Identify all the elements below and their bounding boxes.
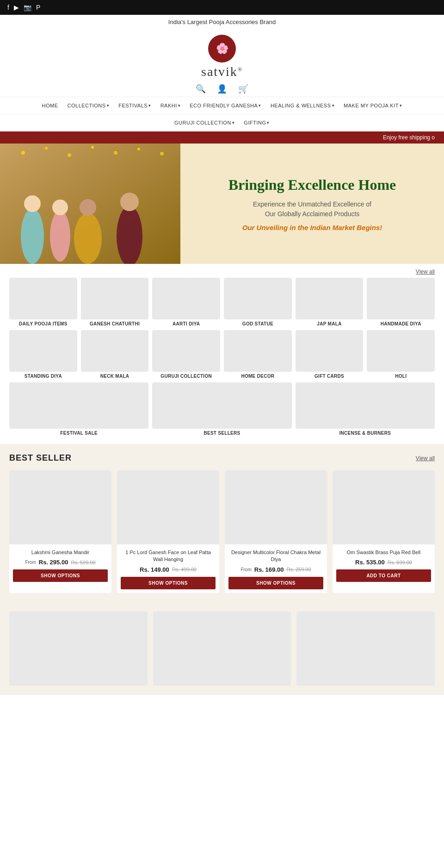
collection-daily-pooja[interactable]: DAILY POOJA ITEMS [9,278,77,326]
chevron-down-icon: ▾ [259,103,261,108]
account-icon[interactable]: 👤 [217,84,227,94]
collection-best-sellers[interactable]: BEST SELLERS [152,382,291,436]
collection-label: GOD STATUE [242,321,273,326]
collection-label: BEST SELLERS [204,431,240,436]
collection-festival-sale[interactable]: FESTIVAL SALE [9,382,148,436]
instagram-icon[interactable]: 📷 [24,4,31,11]
bottom-product-3 [296,612,435,686]
collection-thumb [367,278,435,319]
logo-icon[interactable]: 🌸 [208,35,236,62]
facebook-icon[interactable]: f [7,4,9,11]
cart-icon[interactable]: 🛒 [238,84,248,94]
view-all-link[interactable]: View all [416,269,435,275]
collection-incense-burners[interactable]: INCENSE & BURNERS [296,382,435,436]
collection-holi[interactable]: HOLI [367,330,435,379]
product-grid: Lakshmi Ganesha Mandir From Rs. 295.00 R… [9,470,435,593]
nav-guruji[interactable]: GURUJI COLLECTION ▾ [170,118,239,127]
best-seller-view-all[interactable]: View all [416,455,435,462]
collection-thumb [296,278,364,319]
svg-point-14 [80,199,96,216]
chevron-down-icon: ▾ [178,103,181,108]
bottom-product-image-1 [9,612,148,686]
nav-gifting[interactable]: GIFTING ▾ [239,118,274,127]
announcement-text: India's Largest Pooja Accessories Brand [168,19,276,25]
product-name-3: Designer Multicolor Floral Chakra Metal … [228,549,323,563]
nav-eco-ganesha[interactable]: ECO FRIENDLY GANESHA ▾ [185,101,266,110]
chevron-down-icon: ▾ [107,103,110,108]
collection-thumb [152,278,220,319]
svg-point-5 [91,146,94,149]
bottom-product-image-3 [296,612,435,686]
show-options-button-3[interactable]: SHOW OPTIONS [228,577,323,589]
collection-thumb [224,330,292,372]
collection-standing-diya[interactable]: STANDING DIYA [9,330,77,379]
collection-god-statue[interactable]: GOD STATUE [224,278,292,326]
svg-point-12 [52,200,68,215]
hero-tagline: Our Unveiling in the Indian Market Begin… [242,224,382,231]
collection-label: HANDMADE DIYA [381,321,421,326]
nav-rakhi[interactable]: RAKHI ▾ [156,101,185,110]
price-from-1: From [25,560,36,565]
svg-point-3 [45,147,48,150]
svg-point-6 [114,151,117,155]
chevron-down-icon: ▾ [232,120,235,125]
price-row-4: Rs. 535.00 Rs. 699.00 [336,559,431,566]
collection-thumb [9,382,148,429]
collection-neck-mala[interactable]: Neck Mala [81,330,149,379]
product-image-1 [9,470,111,544]
nav-collections[interactable]: COLLECTIONS ▾ [63,101,114,110]
svg-point-13 [74,213,102,264]
nav-pooja-kit[interactable]: MAKE MY POOJA KIT ▾ [339,101,407,110]
collection-home-decor[interactable]: HOME DECOR [224,330,292,379]
price-original-4: Rs. 699.00 [388,560,412,565]
price-from-3: From [240,567,251,572]
utility-bar: 🔍 👤 🛒 [0,81,444,97]
show-options-button-2[interactable]: SHOW OPTIONS [121,577,216,589]
collection-label: HOLI [395,374,407,379]
collection-jap-mala[interactable]: JAP MALA [296,278,364,326]
collection-guruji-collection[interactable]: GURUJI COLLECTION [152,330,220,379]
hero-text-area: Bringing Excellence Home Experience the … [180,144,444,264]
collection-label: Ganesh Chaturthi [90,321,140,326]
product-info-3: Designer Multicolor Floral Chakra Metal … [225,544,327,593]
logo-area: 🌸 satvik® [0,29,444,81]
collections-row-1: DAILY POOJA ITEMS Ganesh Chaturthi AARTI… [9,278,435,326]
product-info-4: Om Swastik Brass Puja Red Bell Rs. 535.0… [333,544,435,593]
product-card-2: 1 Pc Lord Ganesh Face on Leaf Patta Wall… [117,470,219,593]
nav-festivals[interactable]: FESTIVALS ▾ [114,101,155,110]
product-card-3: Designer Multicolor Floral Chakra Metal … [225,470,327,593]
nav-home[interactable]: HOME [37,101,63,110]
collection-thumb [9,330,77,372]
hero-subtext: Experience the Unmatched Excellence ofOu… [253,200,371,219]
collection-thumb [296,382,435,429]
product-name-2: 1 Pc Lord Ganesh Face on Leaf Patta Wall… [121,549,216,563]
show-options-button-1[interactable]: SHOW OPTIONS [13,569,108,582]
add-to-cart-button-4[interactable]: ADD TO CART [336,569,431,582]
search-icon[interactable]: 🔍 [196,84,206,94]
collection-gift-cards[interactable]: GIFT CARDS [296,330,364,379]
price-original-2: Rs. 499.00 [172,567,197,572]
product-info-2: 1 Pc Lord Ganesh Face on Leaf Patta Wall… [117,544,219,593]
collection-thumb [81,330,149,372]
price-original-1: Rs. 599.00 [71,560,95,565]
collection-thumb [152,382,291,429]
collection-ganesh-chaturthi[interactable]: Ganesh Chaturthi [81,278,149,326]
section-header: BEST SELLER View all [9,453,435,463]
sub-nav: GURUJI COLLECTION ▾ GIFTING ▾ [0,114,444,131]
nav-healing[interactable]: HEALING & WELLNESS ▾ [266,101,339,110]
bottom-product-1 [9,612,148,686]
collection-label: FESTIVAL SALE [60,431,98,436]
collection-handmade-diya[interactable]: HANDMADE DIYA [367,278,435,326]
youtube-icon[interactable]: ▶ [14,4,19,11]
product-info-1: Lakshmi Ganesha Mandir From Rs. 295.00 R… [9,544,111,593]
collection-thumb [224,278,292,319]
svg-point-9 [21,208,44,264]
logo-text[interactable]: satvik® [0,64,444,79]
promo-bar: Enjoy free shipping o [0,131,444,144]
chevron-down-icon: ▾ [267,120,270,125]
product-name-1: Lakshmi Ganesha Mandir [13,549,108,556]
pinterest-icon[interactable]: P [36,4,40,11]
collection-aarti-diya[interactable]: AARTI DIYA [152,278,220,326]
svg-point-8 [160,152,164,156]
price-current-1: Rs. 295.00 [39,559,68,566]
